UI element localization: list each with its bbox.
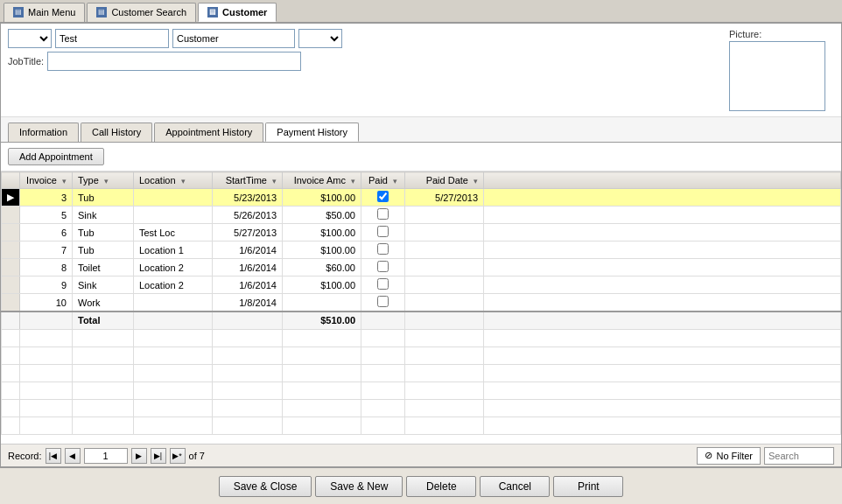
- paiddate-cell: [405, 224, 484, 242]
- table-cell: Sink: [73, 206, 134, 224]
- table-cell: [283, 294, 361, 312]
- table-cell: $100.00: [283, 189, 361, 206]
- header-paiddate[interactable]: Paid Date ▾: [405, 172, 484, 189]
- tab-main-menu[interactable]: ▤ Main Menu: [4, 3, 85, 22]
- extra-cell: [484, 294, 841, 312]
- nav-prev-button[interactable]: ◀: [65, 448, 81, 464]
- paid-cell[interactable]: [361, 259, 405, 276]
- table-row[interactable]: 5Sink5/26/2013$50.00: [2, 206, 841, 224]
- table-cell: Location 2: [134, 276, 213, 294]
- jobtitle-input[interactable]: [47, 52, 301, 71]
- amount-sort-icon: ▾: [351, 177, 355, 186]
- last-name-input[interactable]: [172, 29, 295, 48]
- record-number-input[interactable]: [84, 448, 128, 464]
- suffix-select[interactable]: [298, 29, 342, 48]
- sub-tab-call-history[interactable]: Call History: [81, 122, 152, 142]
- paid-checkbox[interactable]: [377, 278, 389, 290]
- table-cell: [134, 206, 213, 224]
- picture-label: Picture:: [729, 29, 761, 39]
- sub-tab-appointment-history[interactable]: Appointment History: [154, 122, 263, 142]
- add-appointment-button[interactable]: Add Appointment: [8, 148, 104, 165]
- table-cell: [134, 189, 213, 206]
- table-cell: $60.00: [283, 259, 361, 276]
- paid-cell[interactable]: [361, 294, 405, 312]
- paid-checkbox[interactable]: [377, 226, 389, 237]
- paid-cell[interactable]: [361, 189, 405, 206]
- paid-checkbox[interactable]: [377, 243, 389, 255]
- table-cell: 10: [20, 294, 73, 312]
- table-row[interactable]: 7TubLocation 11/6/2014$100.00: [2, 242, 841, 259]
- table-cell: Tub: [73, 242, 134, 259]
- delete-button[interactable]: Delete: [406, 476, 476, 497]
- row-selector: [2, 294, 20, 312]
- table-cell: 7: [20, 242, 73, 259]
- total-row: Total$510.00: [2, 312, 841, 329]
- sub-tab-information[interactable]: Information: [8, 122, 79, 142]
- tab-customer[interactable]: ▤ Customer: [198, 3, 277, 22]
- nav-last-button[interactable]: ▶|: [151, 448, 166, 464]
- extra-cell: [484, 259, 841, 276]
- paiddate-cell: [405, 242, 484, 259]
- table-row[interactable]: 10Work1/8/2014: [2, 294, 841, 312]
- table-row[interactable]: 9SinkLocation 21/6/2014$100.00: [2, 276, 841, 294]
- table-cell: 5/23/2013: [213, 189, 283, 206]
- table-body: ▶3Tub5/23/2013$100.005/27/20135Sink5/26/…: [2, 189, 841, 435]
- first-name-input[interactable]: [55, 29, 169, 48]
- search-input[interactable]: [764, 447, 834, 465]
- header-paid[interactable]: Paid ▾: [361, 172, 405, 189]
- header-amount[interactable]: Invoice Amc ▾: [283, 172, 361, 189]
- table-cell: Test Loc: [134, 224, 213, 242]
- empty-row: [2, 399, 841, 416]
- main-content: JobTitle: Picture: Information Call Hist…: [0, 23, 842, 467]
- header-type[interactable]: Type ▾: [73, 172, 134, 189]
- table-cell: [134, 294, 213, 312]
- print-button[interactable]: Print: [553, 476, 623, 497]
- paid-cell[interactable]: [361, 276, 405, 294]
- customer-icon: ▤: [207, 7, 218, 18]
- nav-new-button[interactable]: ▶*: [170, 448, 186, 464]
- table-row[interactable]: 6TubTest Loc5/27/2013$100.00: [2, 224, 841, 242]
- table-cell: $100.00: [283, 242, 361, 259]
- header-starttime[interactable]: StartTime ▾: [213, 172, 283, 189]
- content-panel: Add Appointment Invoice ▾ Type ▾: [1, 143, 841, 466]
- extra-cell: [484, 189, 841, 206]
- empty-row: [2, 416, 841, 434]
- paid-checkbox[interactable]: [377, 191, 389, 202]
- table-cell: 1/8/2014: [213, 294, 283, 312]
- save-close-button[interactable]: Save & Close: [219, 476, 312, 497]
- nav-next-button[interactable]: ▶: [131, 448, 147, 464]
- header-right: Picture:: [729, 29, 834, 111]
- table-cell: 3: [20, 189, 73, 206]
- paid-checkbox[interactable]: [377, 296, 389, 307]
- paid-sort-icon: ▾: [393, 177, 397, 186]
- empty-row: [2, 364, 841, 382]
- paid-checkbox[interactable]: [377, 208, 389, 220]
- toolbar: Add Appointment: [1, 143, 841, 172]
- paid-checkbox[interactable]: [377, 261, 389, 272]
- filter-icon: ⊘: [705, 450, 712, 461]
- header-location[interactable]: Location ▾: [134, 172, 213, 189]
- row-selector: [2, 242, 20, 259]
- paiddate-cell: 5/27/2013: [405, 189, 484, 206]
- paid-cell[interactable]: [361, 242, 405, 259]
- total-amount: $510.00: [283, 312, 361, 329]
- table-cell: Toilet: [73, 259, 134, 276]
- header-invoice[interactable]: Invoice ▾: [20, 172, 73, 189]
- nav-first-button[interactable]: |◀: [46, 448, 61, 464]
- paid-cell[interactable]: [361, 206, 405, 224]
- table-row[interactable]: ▶3Tub5/23/2013$100.005/27/2013: [2, 189, 841, 206]
- save-new-button[interactable]: Save & New: [315, 476, 403, 497]
- paid-cell[interactable]: [361, 224, 405, 242]
- table-header-row: Invoice ▾ Type ▾ Location ▾ StartTime: [2, 172, 841, 189]
- table-cell: 1/6/2014: [213, 242, 283, 259]
- no-filter-button[interactable]: ⊘ No Filter: [697, 447, 761, 465]
- table-row[interactable]: 8ToiletLocation 21/6/2014$60.00: [2, 259, 841, 276]
- table-cell: Tub: [73, 189, 134, 206]
- table-cell: $100.00: [283, 224, 361, 242]
- cancel-button[interactable]: Cancel: [480, 476, 550, 497]
- title-select[interactable]: [8, 29, 52, 48]
- table-cell: 5: [20, 206, 73, 224]
- sub-tab-payment-history[interactable]: Payment History: [265, 122, 359, 142]
- header-selector: [2, 172, 20, 189]
- tab-customer-search[interactable]: ▤ Customer Search: [87, 3, 196, 22]
